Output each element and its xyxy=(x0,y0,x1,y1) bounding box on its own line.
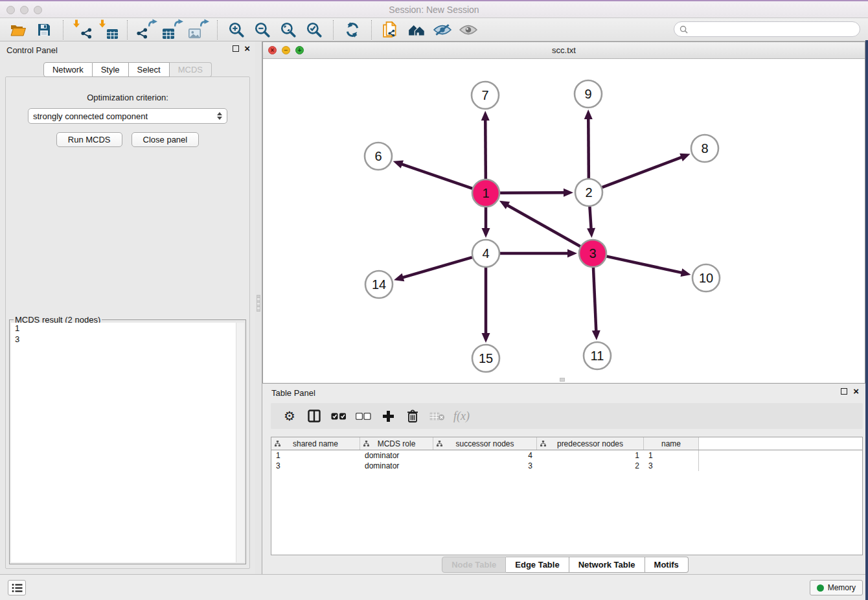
tab-style[interactable]: Style xyxy=(93,62,129,77)
network-graph[interactable]: 7968124314101511 xyxy=(263,59,866,383)
edge-arrowhead xyxy=(567,249,577,258)
node-table[interactable]: shared nameMCDS rolesuccessor nodesprede… xyxy=(271,437,863,555)
select-all-rows-icon[interactable] xyxy=(329,406,348,426)
tab-network-table[interactable]: Network Table xyxy=(569,557,645,573)
table-cell[interactable]: 2 xyxy=(537,461,644,471)
edge-arrowhead xyxy=(481,111,490,121)
criterion-dropdown[interactable]: strongly connected component xyxy=(28,108,227,124)
table-cell[interactable]: dominator xyxy=(360,461,433,471)
panel-divider[interactable] xyxy=(255,41,262,574)
edge-arrowhead xyxy=(680,154,690,161)
show-graphics-details-icon[interactable] xyxy=(458,19,479,40)
table-cell[interactable]: 1 xyxy=(271,450,360,461)
save-session-icon[interactable] xyxy=(34,19,54,40)
deselect-all-rows-icon[interactable] xyxy=(354,406,373,426)
hide-graphics-details-icon[interactable] xyxy=(432,19,453,40)
edge-1-7[interactable] xyxy=(485,119,486,179)
tab-select[interactable]: Select xyxy=(129,62,170,77)
zoom-selected-icon[interactable] xyxy=(304,19,325,40)
search-box[interactable] xyxy=(674,21,860,37)
tab-mcds[interactable]: MCDS xyxy=(170,62,212,77)
table-cell[interactable]: 4 xyxy=(433,450,537,461)
float-table-panel-icon[interactable] xyxy=(841,388,847,395)
toolbar-separator xyxy=(127,20,128,40)
tab-network[interactable]: Network xyxy=(43,62,93,77)
network-view-window: × − + scc.txt 7968124314101511 xyxy=(262,41,865,384)
table-header-row: shared nameMCDS rolesuccessor nodesprede… xyxy=(271,437,862,450)
node-label-2: 2 xyxy=(585,185,592,200)
edge-3-11[interactable] xyxy=(593,268,596,332)
memory-status-icon xyxy=(817,584,824,592)
application-window: Session: New Session xyxy=(0,0,868,600)
table-row[interactable]: 1dominator411 xyxy=(271,450,862,461)
table-cell[interactable]: 3 xyxy=(271,461,360,471)
zoom-in-icon[interactable] xyxy=(226,19,247,40)
column-header-successor-nodes[interactable]: successor nodes xyxy=(433,437,537,450)
float-panel-icon[interactable] xyxy=(233,45,239,52)
close-panel-button[interactable]: Close panel xyxy=(131,132,200,147)
delete-rows-icon[interactable] xyxy=(403,406,422,426)
export-image-icon[interactable] xyxy=(188,19,209,40)
column-header-MCDS-role[interactable]: MCDS role xyxy=(360,437,433,450)
column-header-predecessor-nodes[interactable]: predecessor nodes xyxy=(537,437,644,450)
open-network-file-icon[interactable] xyxy=(380,19,401,40)
tab-node-table[interactable]: Node Table xyxy=(442,557,506,573)
column-label: MCDS role xyxy=(378,439,416,448)
run-mcds-button[interactable]: Run MCDS xyxy=(56,132,122,147)
open-session-icon[interactable] xyxy=(8,19,29,40)
table-tabs: Node TableEdge TableNetwork TableMotifs xyxy=(262,557,868,573)
node-label-1: 1 xyxy=(482,186,489,200)
edge-2-9[interactable] xyxy=(588,117,589,178)
edge-2-3[interactable] xyxy=(589,207,591,230)
table-cell[interactable]: dominator xyxy=(360,450,433,461)
table-cell[interactable]: 1 xyxy=(537,450,644,461)
export-network-icon[interactable] xyxy=(136,19,157,40)
network-canvas[interactable]: 7968124314101511 xyxy=(263,59,865,383)
network-window-titlebar[interactable]: × − + scc.txt xyxy=(263,42,865,59)
table-panel: Table Panel × ⚙ xyxy=(262,384,868,574)
column-header-shared-name[interactable]: shared name xyxy=(271,437,360,450)
tab-edge-table[interactable]: Edge Table xyxy=(506,557,569,573)
edge-3-10[interactable] xyxy=(606,257,683,273)
toolbar-separator xyxy=(371,20,372,40)
export-table-icon[interactable] xyxy=(162,19,183,40)
column-header-name[interactable]: name xyxy=(644,437,699,450)
close-table-panel-icon[interactable]: × xyxy=(853,387,859,395)
table-cell[interactable]: 3 xyxy=(433,461,537,471)
table-cell[interactable]: 3 xyxy=(644,461,699,471)
refresh-view-icon[interactable] xyxy=(342,19,363,40)
close-panel-icon[interactable]: × xyxy=(244,45,250,52)
divider-grip[interactable] xyxy=(257,295,260,312)
edge-3-1[interactable] xyxy=(506,205,580,247)
criterion-dropdown-value: strongly connected component xyxy=(33,111,217,121)
go-home-icon[interactable] xyxy=(406,19,427,40)
edge-2-8[interactable] xyxy=(602,157,683,187)
table-settings-icon[interactable]: ⚙ xyxy=(280,406,299,426)
node-label-4: 4 xyxy=(482,246,489,260)
network-scroll-handle[interactable] xyxy=(560,378,565,382)
table-row[interactable]: 3dominator323 xyxy=(271,461,862,471)
zoom-out-icon[interactable] xyxy=(252,19,273,40)
edge-arrowhead xyxy=(394,273,404,281)
window-edge xyxy=(865,40,868,600)
add-row-icon[interactable] xyxy=(378,406,398,426)
app-title: Session: New Session xyxy=(0,5,868,15)
edge-1-6[interactable] xyxy=(400,164,472,189)
toolbar-separator xyxy=(333,20,334,40)
tab-motifs[interactable]: Motifs xyxy=(645,557,689,573)
main-toolbar xyxy=(0,18,868,41)
mcds-result-list[interactable]: 13 xyxy=(11,323,244,562)
edge-4-14[interactable] xyxy=(402,257,472,278)
table-cell[interactable]: 1 xyxy=(644,450,699,461)
show-panels-button[interactable] xyxy=(8,580,26,595)
node-label-10: 10 xyxy=(699,271,713,285)
show-columns-icon[interactable] xyxy=(304,406,324,426)
edge-1-2[interactable] xyxy=(500,192,565,193)
import-table-icon[interactable] xyxy=(98,19,119,40)
memory-button[interactable]: Memory xyxy=(810,580,863,595)
result-scrollbar[interactable] xyxy=(236,323,244,562)
zoom-fit-icon[interactable] xyxy=(278,19,299,40)
node-label-3: 3 xyxy=(589,246,596,260)
search-input[interactable] xyxy=(691,25,854,34)
import-network-icon[interactable] xyxy=(72,19,93,40)
